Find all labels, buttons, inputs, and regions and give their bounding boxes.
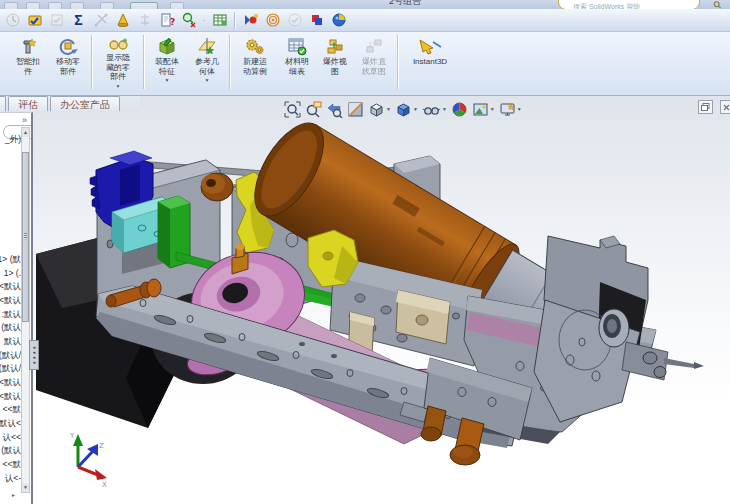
tree-item[interactable]: <默认 — [0, 377, 21, 389]
restore-window-icon[interactable] — [698, 100, 713, 114]
tree-item[interactable]: <<默 — [3, 459, 21, 471]
tree-item[interactable]: (默认/ — [0, 350, 21, 362]
dropdown-arrow-icon[interactable]: ▼ — [386, 106, 391, 112]
zoom-to-area-icon[interactable] — [305, 101, 322, 118]
ribbon-new-motion-study-button[interactable]: 新建运 动算例 — [233, 32, 277, 93]
ribbon-explode-line-sketch-button[interactable]: 爆炸直 线草图 — [353, 32, 395, 93]
dropdown-arrow-icon[interactable]: ▼ — [442, 106, 447, 112]
design-binder-icon[interactable] — [25, 11, 44, 30]
smart-fasteners-icon — [18, 35, 38, 57]
ribbon-insert-component-button[interactable]: 零 … — [0, 32, 9, 93]
search-icon[interactable] — [713, 1, 722, 9]
check-entity-icon[interactable] — [179, 11, 198, 30]
ribbon-exploded-view-button[interactable]: 爆炸视 图 — [317, 32, 353, 93]
tree-item[interactable]: <<默 — [3, 404, 21, 416]
reference-geometry-icon — [197, 35, 217, 57]
edit-appearance-icon[interactable] — [451, 101, 468, 118]
view-orientation-icon[interactable]: ▼ — [368, 101, 391, 118]
motion-manager-icon[interactable] — [241, 11, 260, 30]
window-title: 2号组合 — [345, 0, 465, 9]
display-style-icon[interactable]: ▼ — [395, 101, 418, 118]
dropdown-arrow-icon[interactable]: ▼ — [490, 106, 495, 112]
approve-icon[interactable] — [285, 11, 304, 30]
splitter-arrow-icon: ◂ — [33, 360, 36, 365]
align-icon[interactable] — [135, 11, 154, 30]
compare-documents-icon[interactable] — [307, 11, 326, 30]
explode-line-sketch-icon — [364, 35, 384, 57]
ribbon-instant3d-button[interactable]: Instant3D — [401, 32, 459, 93]
tree-item[interactable]: (默认 — [1, 445, 21, 457]
assembly-features-icon — [157, 35, 177, 57]
ribbon-move-component-button[interactable]: 移动零 部件 — [47, 32, 89, 93]
design-clock-icon[interactable] — [3, 11, 22, 30]
dropdown-arrow-icon[interactable]: ▼ — [517, 106, 522, 112]
tree-item[interactable]: <默认 — [0, 391, 21, 403]
view-settings-icon[interactable]: ▼ — [499, 101, 522, 118]
tree-item[interactable]: 1> (默 — [0, 254, 21, 266]
tab-assembly-partial[interactable] — [0, 96, 6, 111]
motion-study-icon — [245, 35, 265, 57]
tree-item[interactable]: 认<< — [3, 432, 21, 444]
checkbox-icon[interactable] — [47, 11, 66, 30]
close-window-icon[interactable] — [720, 100, 730, 114]
dropdown-arrow-icon[interactable]: ▼ — [116, 83, 121, 89]
interference-detection-icon[interactable] — [113, 11, 132, 30]
ribbon-separator — [143, 35, 145, 89]
apply-scene-icon[interactable]: ▼ — [472, 101, 495, 118]
move-component-icon — [58, 35, 78, 57]
command-manager-tab-strip: 评估 办公室产品 — [0, 95, 140, 112]
tree-item[interactable]: 1> (. — [4, 268, 21, 278]
scroll-up-icon[interactable]: ▲ — [22, 128, 29, 137]
standard-toolbar: Σ ? · — [0, 9, 730, 32]
previous-view-icon[interactable] — [326, 101, 343, 118]
motion-rings-icon[interactable] — [263, 11, 282, 30]
zoom-to-fit-icon[interactable] — [284, 101, 301, 118]
exploded-view-icon — [325, 35, 345, 57]
toolbar-overflow-dash[interactable]: · — [201, 17, 207, 24]
command-manager-ribbon: 零 … 智能扣 件 移动零 部件 显示隐 藏的零 部件 ▼ 装配体 特征 ▼ 参… — [0, 32, 730, 96]
tree-item[interactable]: _外) — [5, 134, 21, 146]
toolbar-separator — [234, 12, 236, 29]
ribbon-show-hidden-components-button[interactable]: 显示隐 藏的零 部件 ▼ — [95, 32, 141, 93]
tree-scrollbar[interactable]: ▲ ▼ — [21, 127, 30, 493]
ribbon-separator — [91, 35, 93, 89]
headsup-view-toolbar: ▼ ▼ ▼ ▼ ▼ — [284, 97, 522, 121]
graphics-viewport[interactable] — [0, 95, 730, 504]
equations-icon[interactable]: Σ — [69, 11, 88, 30]
scroll-down-icon[interactable]: ▼ — [22, 483, 29, 492]
import-diagnostics-icon[interactable]: ? — [157, 11, 176, 30]
panel-expand-chevron-icon[interactable]: » — [22, 115, 27, 125]
ribbon-reference-geometry-button[interactable]: 参考几 何体 ▼ — [187, 32, 227, 93]
tree-item[interactable]: (默认/ — [0, 363, 21, 375]
ribbon-bill-of-materials-button[interactable]: 材料明 细表 — [277, 32, 317, 93]
hide-show-items-icon[interactable]: ▼ — [422, 101, 447, 118]
svg-text:?: ? — [170, 17, 175, 27]
dropdown-arrow-icon[interactable]: ▼ — [165, 77, 170, 83]
ribbon-separator — [229, 35, 231, 89]
scrollbar-thumb[interactable] — [22, 152, 29, 322]
design-table-icon[interactable] — [210, 11, 229, 30]
panel-resize-icon[interactable]: ▸ — [12, 491, 15, 498]
dropdown-arrow-icon[interactable]: ▼ — [413, 106, 418, 112]
tree-item[interactable]: <默认 — [0, 281, 21, 293]
instant3d-icon — [417, 35, 443, 57]
feature-manager-panel[interactable]: » _外) 1> (默 1> (. <默认 <默认 :默认 (默认 默认 (默认… — [0, 112, 33, 504]
tree-item[interactable]: (默认 — [1, 322, 21, 334]
dropdown-arrow-icon[interactable]: ▼ — [205, 77, 210, 83]
tab-evaluate[interactable]: 评估 — [8, 96, 48, 111]
tree-item[interactable]: 默认 — [4, 336, 21, 348]
ribbon-smart-fasteners-button[interactable]: 智能扣 件 — [9, 32, 47, 93]
bom-table-icon — [287, 35, 307, 57]
edrawings-sphere-icon[interactable] — [329, 11, 348, 30]
tree-item[interactable]: <默认 — [0, 295, 21, 307]
tab-office-products[interactable]: 办公室产品 — [50, 96, 120, 111]
tree-item[interactable]: 默认< — [0, 418, 21, 430]
section-view-icon[interactable] — [347, 101, 364, 118]
ribbon-separator — [397, 35, 399, 89]
tree-item[interactable]: :默认 — [2, 309, 21, 321]
show-hidden-icon — [108, 35, 128, 53]
ribbon-assembly-features-button[interactable]: 装配体 特征 ▼ — [147, 32, 187, 93]
panel-splitter-handle[interactable]: ◂ ◂ ◂ ◂ — [29, 340, 39, 370]
tree-item[interactable]: 认<- — [5, 473, 21, 485]
measure-icon[interactable] — [91, 11, 110, 30]
